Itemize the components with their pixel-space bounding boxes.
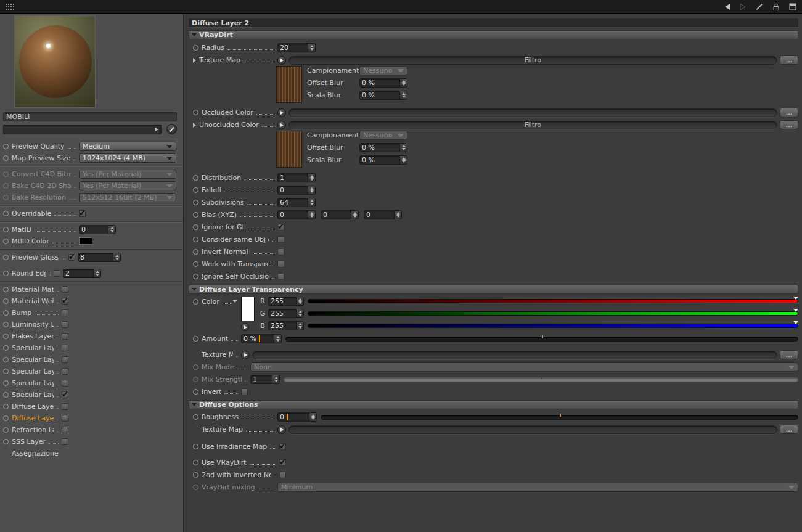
layer-item[interactable]: Specular Layer 2 — [0, 378, 183, 388]
transparency-texture-expand-button[interactable] — [241, 351, 250, 359]
layer-checkbox[interactable] — [62, 333, 68, 340]
occluded-color-expand-button[interactable] — [277, 108, 286, 117]
falloff-spinner[interactable]: 0 — [277, 186, 316, 195]
layer-item[interactable]: Refraction Layer — [0, 425, 183, 435]
amount-spinner[interactable]: 0 % — [241, 334, 282, 343]
spinner-arrows-icon[interactable] — [108, 226, 115, 234]
texture-map-slot[interactable]: Filtro — [288, 56, 777, 65]
spinner-arrows-icon[interactable] — [351, 211, 358, 219]
texture-thumbnail[interactable] — [276, 131, 302, 168]
preview-gloss-checkbox[interactable] — [68, 254, 75, 261]
occluded-color-more-button[interactable]: ... — [780, 108, 798, 117]
back-arrow-icon[interactable] — [723, 3, 731, 10]
spinner-arrows-icon[interactable] — [399, 156, 407, 164]
bias-x-spinner[interactable]: 0 — [277, 210, 316, 219]
invert-normal-checkbox[interactable] — [277, 248, 284, 255]
matid-spinner[interactable]: 0 — [79, 225, 116, 234]
texture-map-more-button[interactable]: ... — [780, 55, 798, 65]
unoccluded-color-slot[interactable]: Filtro — [288, 121, 777, 129]
consider-same-obj-checkbox[interactable] — [277, 236, 284, 243]
scala-blur-spinner[interactable]: 0 % — [359, 91, 407, 100]
spinner-arrows-icon[interactable] — [308, 186, 315, 194]
preview-quality-dropdown[interactable]: Medium — [79, 142, 176, 151]
spinner-arrows-icon[interactable] — [399, 144, 407, 152]
layer-item[interactable]: Specular Layer 5 — [0, 343, 183, 353]
forward-arrow-icon[interactable] — [739, 3, 747, 10]
transparency-texture-more-button[interactable]: ... — [780, 350, 798, 359]
layer-item[interactable]: Material Matte — [0, 284, 183, 294]
layer-item[interactable]: Luminosity Layer — [0, 319, 183, 329]
section-header-options[interactable]: Diffuse Options — [189, 400, 798, 409]
unoccluded-color-more-button[interactable]: ... — [780, 120, 798, 129]
spinner-arrows-icon[interactable] — [296, 309, 303, 317]
layer-checkbox[interactable] — [62, 321, 68, 328]
texture-thumbnail[interactable] — [276, 66, 302, 103]
layer-checkbox[interactable] — [62, 438, 68, 445]
spinner-arrows-icon[interactable] — [399, 91, 407, 99]
options-texture-expand-button[interactable] — [277, 425, 286, 434]
color-mode-dropdown-icon[interactable] — [232, 300, 237, 303]
bias-y-spinner[interactable]: 0 — [321, 210, 359, 219]
spinner-arrows-icon[interactable] — [113, 253, 120, 261]
spinner-arrows-icon[interactable] — [274, 335, 281, 343]
use-vraydirt-checkbox[interactable] — [279, 459, 286, 466]
map-preview-size-dropdown[interactable]: 1024x1024 (4 MB) — [79, 153, 176, 163]
unoccluded-color-expand-button[interactable] — [277, 121, 286, 129]
spinner-arrows-icon[interactable] — [399, 79, 407, 87]
texture-map-expand-button[interactable] — [277, 56, 286, 65]
material-name-field[interactable]: MOBILI — [3, 112, 177, 121]
layer-item[interactable]: Material Weight — [0, 296, 183, 306]
roughness-spinner[interactable]: 0 — [277, 412, 317, 422]
pen-icon[interactable] — [755, 2, 764, 11]
layer-checkbox[interactable] — [62, 368, 68, 375]
amount-slider[interactable] — [285, 337, 798, 342]
layer-item[interactable]: Specular Layer 3 — [0, 366, 183, 376]
spinner-arrows-icon[interactable] — [308, 198, 315, 207]
layer-item[interactable]: Specular Layer 1 — [0, 390, 183, 399]
layer-item[interactable]: Flakes Layer — [0, 331, 183, 341]
layer-item[interactable]: Diffuse Layer 1 — [0, 401, 183, 411]
layer-checkbox[interactable] — [62, 391, 68, 398]
preview-gloss-spinner[interactable]: 8 — [78, 253, 121, 262]
bias-z-spinner[interactable]: 0 — [364, 210, 402, 219]
expand-arrow-icon[interactable] — [155, 128, 158, 131]
roughness-slider[interactable] — [321, 415, 798, 420]
layer-checkbox[interactable] — [62, 427, 68, 433]
spinner-arrows-icon[interactable] — [296, 322, 303, 330]
grid-handle-icon[interactable] — [5, 3, 15, 10]
options-texture-slot[interactable] — [288, 425, 777, 434]
section-header-vraydirt[interactable]: VRayDirt — [189, 30, 798, 39]
transparency-texture-slot[interactable] — [252, 351, 777, 359]
material-preview[interactable] — [14, 15, 96, 108]
layer-checkbox[interactable] — [62, 403, 68, 410]
ignore-self-occlusion-checkbox[interactable] — [277, 273, 284, 280]
mtlid-color-swatch[interactable] — [79, 237, 92, 245]
spinner-arrows-icon[interactable] — [309, 413, 316, 421]
round-edges-checkbox[interactable] — [54, 270, 60, 277]
search-input[interactable] — [3, 125, 162, 134]
lock-icon[interactable] — [772, 2, 780, 11]
assegnazione-item[interactable]: Assegnazione — [0, 448, 183, 458]
layer-item[interactable]: Diffuse Layer 2 — [0, 413, 183, 423]
offset-blur-spinner[interactable]: 0 % — [359, 143, 407, 152]
layer-checkbox[interactable] — [62, 286, 68, 293]
red-spinner[interactable]: 255 — [268, 297, 304, 306]
layer-item[interactable]: Bump — [0, 308, 183, 317]
spinner-arrows-icon[interactable] — [296, 297, 303, 305]
layer-checkbox[interactable] — [62, 309, 68, 316]
layer-checkbox[interactable] — [62, 356, 68, 363]
blue-gradient-slider[interactable] — [308, 324, 798, 328]
red-gradient-slider[interactable] — [308, 299, 798, 303]
spinner-arrows-icon[interactable] — [308, 211, 315, 219]
subdivisions-spinner[interactable]: 64 — [277, 198, 316, 207]
layer-checkbox[interactable] — [62, 345, 68, 351]
distribution-spinner[interactable]: 1 — [277, 173, 316, 182]
scala-blur-spinner[interactable]: 0 % — [359, 155, 407, 165]
layer-checkbox[interactable] — [62, 298, 68, 305]
spinner-arrows-icon[interactable] — [394, 211, 401, 219]
transparency-color-swatch[interactable] — [241, 297, 255, 321]
color-expand-button[interactable] — [241, 323, 249, 331]
frame-icon[interactable] — [788, 2, 797, 11]
layer-item[interactable]: SSS Layer — [0, 436, 183, 446]
green-gradient-slider[interactable] — [308, 311, 798, 316]
